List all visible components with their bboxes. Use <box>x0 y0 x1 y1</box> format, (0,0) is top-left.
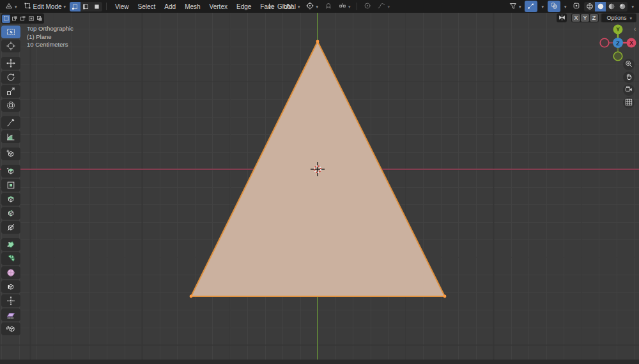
tool-edge-slide[interactable] <box>1 280 20 293</box>
tool-rotate[interactable] <box>1 71 20 84</box>
tool-measure[interactable] <box>1 130 20 143</box>
zoom-icon <box>625 59 633 70</box>
select-mode-intersect-button[interactable] <box>35 15 43 23</box>
header-left: ▾ Edit Mode ▾ ViewSelectAddMeshVertexEdg… <box>3 0 296 13</box>
snap-to-icon <box>339 2 346 11</box>
tool-annotate[interactable] <box>1 116 20 129</box>
chevron-down-icon: ▾ <box>298 4 300 9</box>
tool-loop-cut[interactable] <box>1 207 20 220</box>
tool-knife[interactable] <box>1 221 20 234</box>
tool-cursor[interactable] <box>1 40 20 52</box>
options-dropdown[interactable]: Options ▾ <box>602 13 636 22</box>
menu-vertex[interactable]: Vertex <box>205 1 232 12</box>
tool-rip-region[interactable] <box>1 322 20 335</box>
select-mode-subtract-button[interactable] <box>19 15 27 23</box>
falloff-dropdown[interactable]: ▾ <box>375 1 392 12</box>
view-nav-buttons <box>623 59 635 109</box>
chevron-down-icon: ▾ <box>629 16 632 20</box>
gizmo-neg-x-axis <box>600 38 609 47</box>
viewport-header: ▾ Edit Mode ▾ ViewSelectAddMeshVertexEdg… <box>0 0 639 13</box>
gizmo-dropdown[interactable]: ▾ <box>539 3 546 10</box>
select-mode-face-button[interactable] <box>91 2 102 11</box>
tool-spin[interactable] <box>1 252 20 265</box>
separator <box>357 3 357 10</box>
menu-edge[interactable]: Edge <box>232 1 256 12</box>
editor-type-button[interactable]: ▾ <box>3 1 20 12</box>
mirror-z-button[interactable]: Z <box>590 14 598 22</box>
tool-select-box[interactable] <box>1 26 20 38</box>
pan-button[interactable] <box>623 72 635 83</box>
select-mode-set-button[interactable] <box>2 15 10 23</box>
3d-viewport[interactable] <box>0 13 639 364</box>
header-right: ▾ ▾ ▾ ▾ <box>507 0 636 13</box>
mode-label: Edit Mode <box>33 3 62 10</box>
tool-move[interactable] <box>1 57 20 70</box>
separator <box>106 3 107 10</box>
menu-select[interactable]: Select <box>134 1 160 12</box>
snap-settings-dropdown[interactable]: ▾ <box>336 1 353 12</box>
tool-bevel[interactable] <box>1 193 20 206</box>
falloff-curve-icon <box>378 2 385 11</box>
mirror-x-button[interactable]: X <box>572 14 580 22</box>
shading-solid-button[interactable] <box>595 2 606 11</box>
mirror-y-button[interactable]: Y <box>581 14 589 22</box>
mirror-button[interactable] <box>557 13 567 22</box>
object-name-text: (1) Plane <box>27 33 73 42</box>
select-mode-invert-button[interactable] <box>27 15 35 23</box>
proportional-edit-icon <box>364 2 371 11</box>
menu-add[interactable]: Add <box>160 1 180 12</box>
show-gizmo-toggle[interactable] <box>525 1 537 12</box>
shading-wireframe-button[interactable] <box>584 2 595 11</box>
tool-shear[interactable] <box>1 308 20 321</box>
pivot-point-dropdown[interactable]: ▾ <box>304 1 321 12</box>
tool-transform[interactable] <box>1 99 20 112</box>
select-mode-extend-button[interactable] <box>10 15 19 23</box>
camera-view-button[interactable] <box>623 84 635 96</box>
shading-rendered-button[interactable] <box>617 2 627 11</box>
transform-orientation-dropdown[interactable]: Global ▾ <box>265 1 302 12</box>
mesh-select-mode-group <box>70 2 102 11</box>
shading-material-preview-button[interactable] <box>606 2 617 11</box>
window-edge <box>0 360 639 364</box>
chevron-down-icon: ▾ <box>316 4 318 9</box>
chevron-down-icon: ▾ <box>64 4 66 9</box>
view-object-types-dropdown[interactable]: ▾ <box>507 1 524 12</box>
chevron-down-icon: ▾ <box>631 4 634 9</box>
select-mode-edge-button[interactable] <box>81 2 91 11</box>
sidebar-toggle[interactable]: ‹ <box>634 26 636 33</box>
menu-view[interactable]: View <box>111 1 134 12</box>
tool-scale[interactable] <box>1 85 20 98</box>
chevron-down-icon: ▾ <box>387 4 390 9</box>
snap-toggle[interactable] <box>322 1 335 12</box>
mirror-butterfly-icon <box>558 14 566 22</box>
mode-dropdown[interactable]: Edit Mode ▾ <box>21 1 69 12</box>
toolbar <box>1 26 22 337</box>
tool-poly-build[interactable] <box>1 238 20 251</box>
tool-smooth[interactable] <box>1 266 20 279</box>
zoom-button[interactable] <box>623 59 635 70</box>
tool-extrude-region[interactable] <box>1 165 20 178</box>
magnet-icon <box>325 2 332 11</box>
tool-inset-faces[interactable] <box>1 179 20 192</box>
overlays-dropdown[interactable]: ▾ <box>562 3 569 10</box>
chevron-down-icon: ▾ <box>541 4 544 9</box>
viewport-info: Top Orthographic (1) Plane 10 Centimeter… <box>27 25 73 49</box>
tool-add-cube[interactable] <box>1 148 20 160</box>
view-name-text: Top Orthographic <box>27 25 73 33</box>
proportional-edit-toggle[interactable] <box>361 1 374 12</box>
perspective-toggle-button[interactable] <box>623 97 635 109</box>
editor-3d-viewport-icon <box>5 2 13 11</box>
mirror-axis-group: XYZ <box>571 13 599 22</box>
tool-shrink-fatten[interactable] <box>1 294 20 307</box>
show-overlays-toggle[interactable] <box>548 1 560 12</box>
hand-icon <box>625 72 633 83</box>
menu-mesh[interactable]: Mesh <box>180 1 204 12</box>
gizmo-neg-y-axis <box>613 52 622 61</box>
chevron-down-icon: ▾ <box>15 4 17 9</box>
svg-text:Z: Z <box>616 40 620 47</box>
grid-icon <box>625 97 633 109</box>
xray-toggle[interactable] <box>570 1 583 12</box>
shading-mode-group <box>584 2 627 11</box>
shading-dropdown[interactable]: ▾ <box>629 3 636 10</box>
select-mode-vertex-button[interactable] <box>70 2 81 11</box>
